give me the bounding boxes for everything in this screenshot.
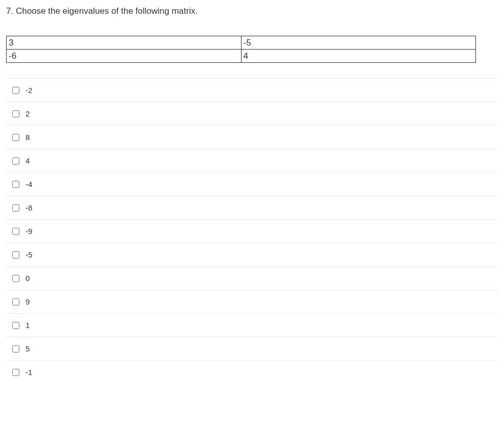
option-checkbox-12[interactable] [12,369,19,376]
option-row[interactable]: 4 [6,149,498,172]
option-row[interactable]: 5 [6,337,498,360]
option-checkbox-2[interactable] [12,134,19,141]
option-label: 2 [26,109,30,118]
option-checkbox-1[interactable] [12,110,19,118]
option-checkbox-4[interactable] [12,181,19,188]
option-label: -5 [26,250,32,259]
matrix-cell-0-0: 3 [7,36,242,50]
matrix-row-1: -6 4 [7,50,476,63]
option-checkbox-6[interactable] [12,228,19,235]
matrix-cell-1-1: 4 [241,50,476,63]
question-header: 7. Choose the eigenvalues of the followi… [6,6,498,16]
option-row[interactable]: -5 [6,243,498,266]
option-label: 0 [26,274,30,283]
options-list: -2 2 8 4 -4 -8 -9 -5 0 9 1 5 [6,78,498,384]
option-row[interactable]: 1 [6,313,498,337]
option-row[interactable]: -8 [6,196,498,219]
option-row[interactable]: 9 [6,290,498,313]
question-text: Choose the eigenvalues of the following … [16,6,198,16]
option-checkbox-11[interactable] [12,345,19,353]
matrix-cell-0-1: -5 [241,36,476,50]
question-number: 7. [6,6,13,16]
option-row[interactable]: -9 [6,219,498,243]
option-label: -9 [26,227,32,236]
option-label: 1 [26,321,30,330]
matrix-row-0: 3 -5 [7,36,476,50]
option-label: 5 [26,344,30,353]
option-checkbox-5[interactable] [12,204,19,212]
option-label: -2 [26,86,32,95]
option-checkbox-3[interactable] [12,157,19,165]
option-checkbox-9[interactable] [12,298,19,306]
option-label: 8 [26,133,30,142]
option-label: -4 [26,180,32,189]
option-checkbox-10[interactable] [12,322,19,329]
option-row[interactable]: 0 [6,266,498,290]
matrix-cell-1-0: -6 [7,50,242,63]
matrix-table: 3 -5 -6 4 [6,36,476,63]
option-label: -1 [26,368,32,377]
option-label: -8 [26,203,32,212]
option-checkbox-8[interactable] [12,275,19,282]
option-row[interactable]: 2 [6,102,498,125]
option-row[interactable]: -1 [6,360,498,384]
option-label: 4 [26,156,30,165]
option-row[interactable]: -4 [6,172,498,196]
option-checkbox-7[interactable] [12,251,19,258]
option-row[interactable]: -2 [6,78,498,102]
option-row[interactable]: 8 [6,125,498,149]
option-checkbox-0[interactable] [12,87,19,94]
option-label: 9 [26,297,30,306]
